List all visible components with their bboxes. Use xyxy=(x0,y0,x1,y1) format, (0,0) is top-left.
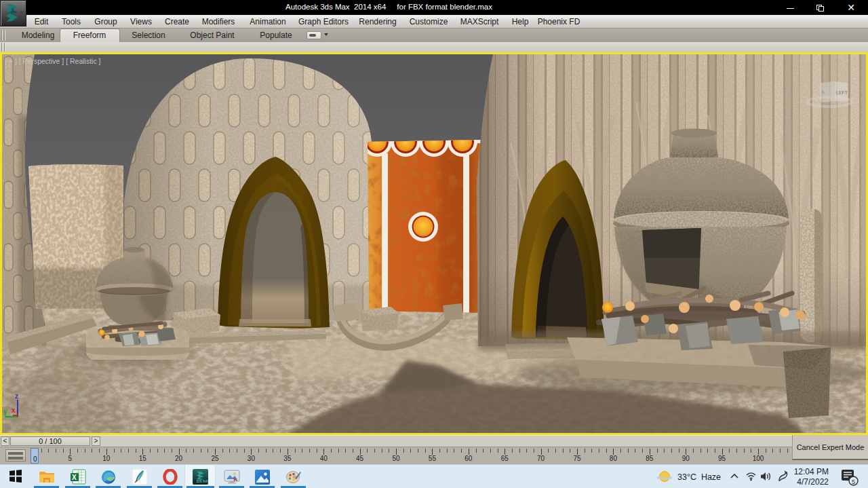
svg-text:X: X xyxy=(72,474,77,481)
svg-text:LEFT: LEFT xyxy=(836,90,848,95)
svg-text:z: z xyxy=(15,392,18,400)
svg-text:x: x xyxy=(12,407,16,414)
svg-text:y: y xyxy=(3,408,7,415)
svg-text:K: K xyxy=(822,90,825,94)
svg-text:3DS MAX: 3DS MAX xyxy=(196,480,208,483)
svg-text:[ + ] [ Perspective ] [ Realis: [ + ] [ Perspective ] [ Realistic ] xyxy=(5,57,101,65)
svg-text:5: 5 xyxy=(852,478,855,485)
